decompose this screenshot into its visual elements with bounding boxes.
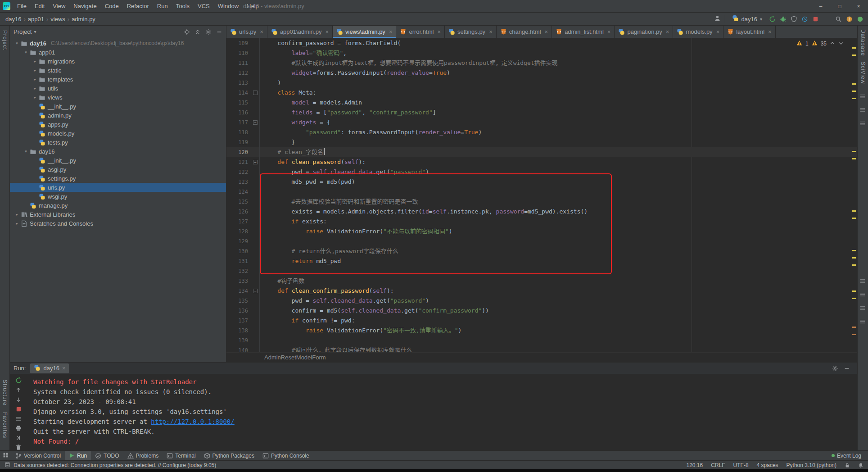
editor-scope-breadcrumb[interactable]: AdminResetModelForm bbox=[226, 352, 857, 362]
tree-item-Scratches-and-Consoles[interactable]: ▸Scratches and Consoles bbox=[10, 219, 226, 228]
code-line-130[interactable]: 130 # return什么,password字段保存什么 bbox=[226, 246, 857, 256]
settings-gear-icon[interactable] bbox=[205, 29, 212, 35]
code-line-131[interactable]: 131 return md5_pwd bbox=[226, 256, 857, 266]
menu-tools[interactable]: Tools bbox=[172, 0, 194, 13]
tab-pagination-py[interactable]: pagination.py× bbox=[615, 26, 673, 38]
ide-status-icon[interactable] bbox=[857, 16, 863, 23]
collapse-all-icon[interactable] bbox=[194, 29, 201, 35]
code-line-135[interactable]: 135 pwd = self.cleaned_data.get("passwor… bbox=[226, 296, 857, 306]
tab-layout-html[interactable]: layout.html× bbox=[723, 26, 775, 38]
run-tab[interactable]: day16 × bbox=[30, 363, 69, 373]
stripe-menu-icon[interactable] bbox=[859, 318, 866, 325]
code-line-134[interactable]: 134− def clean_confirm_password(self): bbox=[226, 286, 857, 296]
restore-layout-icon[interactable] bbox=[15, 416, 22, 422]
tree-chevron-icon[interactable]: ▸ bbox=[32, 68, 38, 73]
tab-close-icon[interactable]: × bbox=[437, 28, 441, 35]
menu-refactor[interactable]: Refactor bbox=[123, 0, 153, 13]
menu-window[interactable]: Window bbox=[214, 0, 243, 13]
lock-icon[interactable] bbox=[845, 463, 850, 468]
toolwindow-button-database[interactable]: Database bbox=[860, 29, 866, 56]
stripe-menu-icon[interactable] bbox=[859, 305, 866, 311]
tab-close-icon[interactable]: × bbox=[389, 28, 393, 35]
code-line-122[interactable]: 122 pwd = self.cleaned_data.get("passwor… bbox=[226, 167, 857, 177]
tree-chevron-icon[interactable]: ▸ bbox=[14, 221, 20, 226]
status-widget-4-spaces[interactable]: 4 spaces bbox=[757, 462, 778, 468]
toolwindow-button-python-packages[interactable]: Python Packages bbox=[200, 451, 258, 460]
stop-icon[interactable] bbox=[15, 406, 22, 413]
tab-views-admin-py[interactable]: views\admin.py× bbox=[333, 26, 396, 38]
code-line-138[interactable]: 138 raise ValidationError("密码不一致,请重新输入。"… bbox=[226, 326, 857, 336]
inspections-widget[interactable]: 1 35 bbox=[796, 40, 844, 47]
run-config-selector[interactable]: day16 ▾ bbox=[729, 14, 765, 24]
toolwindow-button-project[interactable]: Project bbox=[2, 30, 8, 50]
tab-models-py[interactable]: models.py× bbox=[673, 26, 723, 38]
code-line-140[interactable]: 140 #返回什么，此字段以后保存到数据库就是什么 bbox=[226, 345, 857, 352]
tab-settings-py[interactable]: settings.py× bbox=[445, 26, 497, 38]
tree-item-day16[interactable]: ▾day16C:\Users\lenovo\Desktop\dj_base\py… bbox=[10, 39, 226, 48]
fold-marker-icon[interactable]: − bbox=[253, 120, 258, 125]
code-line-123[interactable]: 123 md5_pwd = md5(pwd) bbox=[226, 177, 857, 187]
code-line-128[interactable]: 128 raise ValidationError("不能与以前的密码相同") bbox=[226, 227, 857, 236]
close-button[interactable]: × bbox=[849, 0, 868, 12]
fold-marker-icon[interactable]: − bbox=[253, 289, 258, 293]
menu-navigate[interactable]: Navigate bbox=[69, 0, 100, 13]
tree-item-manage-py[interactable]: manage.py bbox=[10, 201, 226, 210]
toolwindow-button-problems[interactable]: Problems bbox=[123, 451, 163, 460]
hide-panel-icon[interactable] bbox=[216, 29, 222, 35]
code-line-139[interactable]: 139 bbox=[226, 336, 857, 345]
hide-panel-icon[interactable] bbox=[844, 365, 850, 372]
locate-icon[interactable] bbox=[184, 29, 190, 35]
menu-code[interactable]: Code bbox=[101, 0, 123, 13]
breadcrumb-item-day16[interactable]: day16 bbox=[5, 16, 22, 23]
tree-item-templates[interactable]: ▸templates bbox=[10, 75, 226, 84]
code-line-116[interactable]: 116 fields = ["password", "confirm_passw… bbox=[226, 108, 857, 118]
tree-item-External-Libraries[interactable]: ▸External Libraries bbox=[10, 210, 226, 219]
menu-vcs[interactable]: VCS bbox=[194, 0, 214, 13]
tree-item-app01[interactable]: ▾app01 bbox=[10, 48, 226, 57]
toolwindow-button-structure[interactable]: Structure bbox=[2, 380, 8, 406]
code-line-133[interactable]: 133 #钩子函数 bbox=[226, 276, 857, 286]
code-line-126[interactable]: 126 exists = models.Admin.objects.filter… bbox=[226, 207, 857, 217]
project-panel-title[interactable]: Project bbox=[14, 28, 32, 35]
tree-chevron-icon[interactable]: ▸ bbox=[32, 77, 38, 82]
notifications-icon[interactable] bbox=[858, 463, 863, 468]
code-line-120[interactable]: 120 # clean_字段名 bbox=[226, 147, 857, 157]
code-line-118[interactable]: 118 "password": forms.PasswordInput(rend… bbox=[226, 127, 857, 137]
tree-item-models-py[interactable]: models.py bbox=[10, 129, 226, 138]
debug-icon[interactable] bbox=[780, 16, 787, 23]
code-line-132[interactable]: 132 bbox=[226, 266, 857, 276]
status-widget-120-16[interactable]: 120:16 bbox=[687, 462, 703, 468]
stripe-menu-icon[interactable] bbox=[859, 120, 866, 127]
tab-close-icon[interactable]: × bbox=[489, 28, 493, 35]
status-widget-python-3-10-python-[interactable]: Python 3.10 (python) bbox=[787, 462, 836, 468]
tree-chevron-icon[interactable]: ▸ bbox=[32, 86, 38, 91]
clear-console-icon[interactable] bbox=[15, 444, 22, 450]
breadcrumb-item-views[interactable]: views bbox=[50, 16, 66, 23]
tree-item-utils[interactable]: ▸utils bbox=[10, 84, 226, 93]
user-icon[interactable] bbox=[714, 15, 721, 22]
tree-item-apps-py[interactable]: apps.py bbox=[10, 120, 226, 129]
stop-icon[interactable] bbox=[812, 16, 819, 23]
toolwindow-button-sciview[interactable]: SciView bbox=[860, 62, 866, 84]
tab-close-icon[interactable]: × bbox=[716, 28, 720, 35]
code-line-115[interactable]: 115 model = models.Admin bbox=[226, 98, 857, 108]
tab-close-icon[interactable]: × bbox=[768, 28, 772, 35]
code-line-117[interactable]: 117− widgets = { bbox=[226, 118, 857, 127]
prev-issue-icon[interactable] bbox=[830, 41, 835, 46]
toolwindow-switcher-icon[interactable] bbox=[3, 452, 9, 458]
toolwindow-button-favorites[interactable]: Favorites bbox=[2, 412, 8, 438]
down-stack-icon[interactable] bbox=[15, 396, 22, 403]
tree-item-settings-py[interactable]: settings.py bbox=[10, 174, 226, 183]
status-widget-crlf[interactable]: CRLF bbox=[711, 462, 725, 468]
menu-edit[interactable]: Edit bbox=[31, 0, 49, 13]
tree-item-admin-py[interactable]: admin.py bbox=[10, 111, 226, 120]
tree-item-urls-py[interactable]: urls.py bbox=[10, 183, 226, 192]
code-line-110[interactable]: 110 label="确认密码", bbox=[226, 48, 857, 58]
stripe-menu-icon[interactable] bbox=[859, 107, 866, 113]
tree-chevron-icon[interactable]: ▾ bbox=[23, 50, 29, 54]
tree-chevron-icon[interactable]: ▾ bbox=[23, 149, 29, 154]
code-line-112[interactable]: 112 widget=forms.PasswordInput(render_va… bbox=[226, 68, 857, 78]
breadcrumb-item-admin-py[interactable]: admin.py bbox=[71, 16, 96, 23]
stripe-menu-icon[interactable] bbox=[859, 278, 866, 284]
tab-admin_list-html[interactable]: admin_list.html× bbox=[552, 26, 615, 38]
